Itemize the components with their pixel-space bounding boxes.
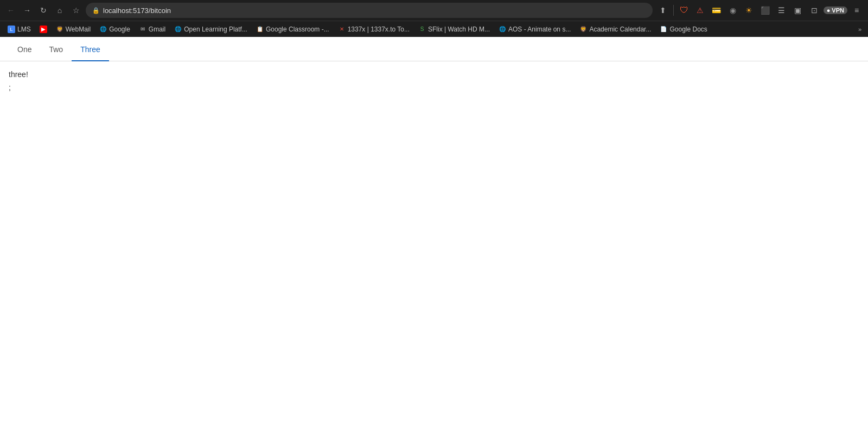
- tabs-nav: One Two Three: [0, 37, 868, 61]
- open-learning-label: Open Learning Platf...: [184, 26, 247, 33]
- bookmark-google-docs[interactable]: 📄 Google Docs: [656, 24, 710, 34]
- rewards-button[interactable]: ☀: [742, 3, 756, 17]
- bookmark-button[interactable]: ☆: [69, 4, 82, 17]
- bookmark-sflix[interactable]: S SFlix | Watch HD M...: [415, 24, 493, 34]
- gmail-favicon: ✉: [139, 26, 146, 33]
- bookmark-webmail[interactable]: 🦁 WebMail: [53, 24, 94, 34]
- webmail-favicon: 🦁: [56, 26, 63, 33]
- content-text: three!: [9, 70, 859, 79]
- bookmark-gmail[interactable]: ✉ Gmail: [136, 24, 169, 34]
- separator: [673, 5, 674, 16]
- tab-two[interactable]: Two: [40, 39, 72, 61]
- lock-icon: 🔒: [92, 7, 100, 14]
- bookmark-google[interactable]: 🌐 Google: [96, 24, 133, 34]
- browser-chrome: ← → ↻ ⌂ ☆ 🔒 ⬆ 🛡 ⚠ 💳 ◉ ☀ ⬛ ☰ ▣ ⊡ ● VPN ≡ …: [0, 0, 868, 37]
- bookmark-academic-cal[interactable]: 🦁 Academic Calendar...: [576, 24, 654, 34]
- share-button[interactable]: ⬆: [656, 3, 670, 17]
- academic-cal-label: Academic Calendar...: [589, 26, 651, 33]
- google-docs-favicon: 📄: [660, 26, 667, 33]
- extra-line: ;: [9, 83, 859, 92]
- wallet-button[interactable]: 💳: [710, 3, 724, 17]
- leo-button[interactable]: ◉: [726, 3, 740, 17]
- youtube-favicon: ▶: [40, 26, 47, 33]
- google-favicon: 🌐: [99, 26, 107, 33]
- brave-shield-button[interactable]: 🛡: [677, 3, 691, 17]
- bookmark-youtube[interactable]: ▶: [36, 24, 50, 34]
- tab-one[interactable]: One: [9, 39, 40, 61]
- open-learning-favicon: 🌐: [174, 26, 182, 33]
- menu-button[interactable]: ≡: [850, 3, 864, 17]
- vpn-badge[interactable]: ● VPN: [824, 7, 847, 14]
- webmail-label: WebMail: [66, 26, 91, 33]
- address-bar[interactable]: 🔒: [86, 3, 653, 18]
- bookmark-aos[interactable]: 🌐 AOS - Animate on s...: [495, 24, 574, 34]
- bookmarks-more-button[interactable]: »: [856, 25, 864, 34]
- url-input[interactable]: [103, 7, 646, 15]
- sidebar-button[interactable]: ▣: [791, 3, 805, 17]
- bookmarks-bar: L LMS ▶ 🦁 WebMail 🌐 Google ✉ Gmail 🌐 Ope…: [0, 21, 868, 37]
- bookmark-google-classroom[interactable]: 📋 Google Classroom -...: [253, 24, 333, 34]
- tab-three[interactable]: Three: [72, 39, 109, 61]
- nav-bar: ← → ↻ ⌂ ☆ 🔒 ⬆ 🛡 ⚠ 💳 ◉ ☀ ⬛ ☰ ▣ ⊡ ● VPN ≡: [0, 0, 868, 21]
- google-docs-label: Google Docs: [669, 26, 707, 33]
- new-tab-button[interactable]: ⊡: [807, 3, 821, 17]
- forward-button[interactable]: →: [21, 4, 34, 17]
- page-content: One Two Three three! ;: [0, 37, 868, 437]
- home-button[interactable]: ⌂: [53, 4, 66, 17]
- bookmark-1337x[interactable]: ✕ 1337x | 1337x.to To...: [335, 24, 413, 34]
- bookmark-open-learning[interactable]: 🌐 Open Learning Platf...: [171, 24, 251, 34]
- aos-favicon: 🌐: [499, 26, 506, 33]
- academic-cal-favicon: 🦁: [579, 26, 587, 33]
- bookmark-lms[interactable]: L LMS: [4, 24, 34, 34]
- aos-label: AOS - Animate on s...: [508, 26, 571, 33]
- classroom-favicon: 📋: [256, 26, 264, 33]
- alert-button[interactable]: ⚠: [693, 3, 707, 17]
- google-label: Google: [109, 26, 130, 33]
- classroom-label: Google Classroom -...: [266, 26, 329, 33]
- 1337x-label: 1337x | 1337x.to To...: [348, 26, 410, 33]
- tabs-bar-button[interactable]: ☰: [775, 3, 789, 17]
- 1337x-favicon: ✕: [338, 26, 346, 33]
- sflix-label: SFlix | Watch HD M...: [428, 26, 490, 33]
- extensions-button[interactable]: ⬛: [758, 3, 773, 17]
- lms-label: LMS: [17, 26, 31, 33]
- nav-actions: ⬆ 🛡 ⚠ 💳 ◉ ☀ ⬛ ☰ ▣ ⊡ ● VPN ≡: [656, 3, 864, 17]
- tab-three-content: three! ;: [0, 61, 868, 105]
- back-button[interactable]: ←: [4, 4, 17, 17]
- reload-button[interactable]: ↻: [37, 4, 50, 17]
- lms-favicon: L: [8, 26, 15, 33]
- gmail-label: Gmail: [149, 26, 165, 33]
- sflix-favicon: S: [418, 26, 426, 33]
